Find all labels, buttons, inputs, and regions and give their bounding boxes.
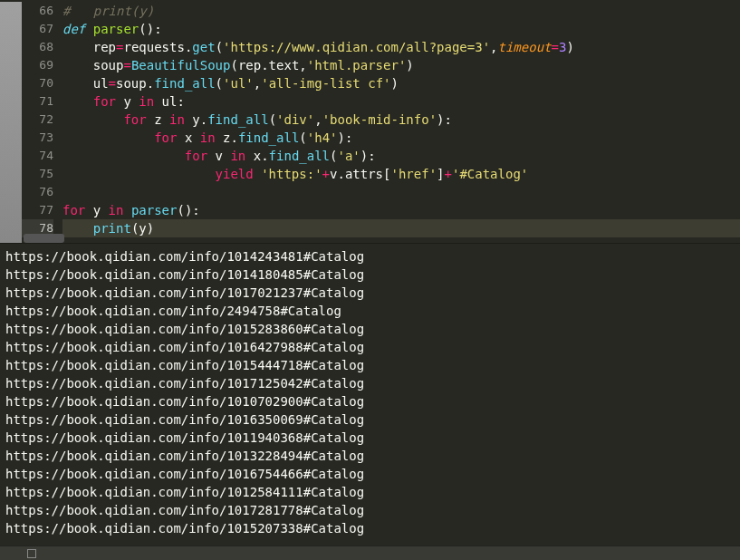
output-line: https://book.qidian.com/info/1016427988#… (5, 338, 735, 356)
line-number: 77 (22, 201, 53, 219)
line-number: 67 (22, 20, 53, 38)
horizontal-scroll-thumb[interactable] (24, 234, 64, 243)
output-line: https://book.qidian.com/info/1017281778#… (5, 501, 735, 519)
code-line[interactable]: def parser(): (62, 20, 740, 38)
code-line[interactable]: for y in ul: (62, 92, 740, 111)
output-line: https://book.qidian.com/info/1011940368#… (5, 429, 735, 447)
line-number: 71 (22, 92, 53, 111)
code-area[interactable]: # print(y)def parser(): rep=requests.get… (62, 2, 740, 243)
output-line: https://book.qidian.com/info/1017021237#… (5, 284, 735, 302)
output-line: https://book.qidian.com/info/1014180485#… (5, 266, 735, 284)
output-line: https://book.qidian.com/info/1015207338#… (5, 519, 735, 537)
output-line: https://book.qidian.com/info/1017125042#… (5, 374, 735, 392)
output-line: https://book.qidian.com/info/2494758#Cat… (5, 302, 735, 320)
line-number: 75 (22, 165, 53, 183)
output-line: https://book.qidian.com/info/1012584111#… (5, 483, 735, 501)
code-line[interactable]: for x in z.find_all('h4'): (62, 129, 740, 147)
output-console[interactable]: https://book.qidian.com/info/1014243481#… (0, 243, 740, 546)
output-line: https://book.qidian.com/info/1013228494#… (5, 447, 735, 465)
window-edge (0, 2, 22, 243)
line-number: 76 (22, 183, 53, 201)
code-line[interactable] (62, 183, 740, 201)
line-number: 74 (22, 147, 53, 165)
code-line[interactable]: yield 'https:'+v.attrs['href']+'#Catalog… (62, 165, 740, 183)
code-line[interactable]: soup=BeautifulSoup(rep.text,'html.parser… (62, 56, 740, 74)
output-line: https://book.qidian.com/info/1016350069#… (5, 410, 735, 429)
line-number: 73 (22, 129, 53, 147)
output-line: https://book.qidian.com/info/1016754466#… (5, 465, 735, 483)
status-indicator-icon (27, 549, 36, 558)
output-line: https://book.qidian.com/info/1015283860#… (5, 320, 735, 338)
code-line[interactable]: for z in y.find_all('div','book-mid-info… (62, 111, 740, 129)
code-line[interactable]: for v in x.find_all('a'): (62, 147, 740, 165)
line-number: 68 (22, 38, 53, 56)
line-number: 69 (22, 56, 53, 74)
output-line: https://book.qidian.com/info/1014243481#… (5, 247, 735, 266)
line-number-gutter: 66676869707172737475767778 (22, 2, 62, 243)
output-line: https://book.qidian.com/info/1010702900#… (5, 392, 735, 410)
line-number: 70 (22, 74, 53, 92)
code-editor[interactable]: 66676869707172737475767778 # print(y)def… (0, 0, 740, 243)
code-line[interactable]: rep=requests.get('https://www.qidian.com… (62, 38, 740, 56)
code-line[interactable]: print(y) (62, 219, 740, 237)
status-bar (0, 546, 740, 560)
output-line: https://book.qidian.com/info/1015444718#… (5, 356, 735, 374)
line-number: 66 (22, 2, 53, 20)
code-line[interactable]: for y in parser(): (62, 201, 740, 219)
code-line[interactable]: # print(y) (62, 2, 740, 20)
code-line[interactable]: ul=soup.find_all('ul','all-img-list cf') (62, 74, 740, 92)
line-number: 72 (22, 111, 53, 129)
